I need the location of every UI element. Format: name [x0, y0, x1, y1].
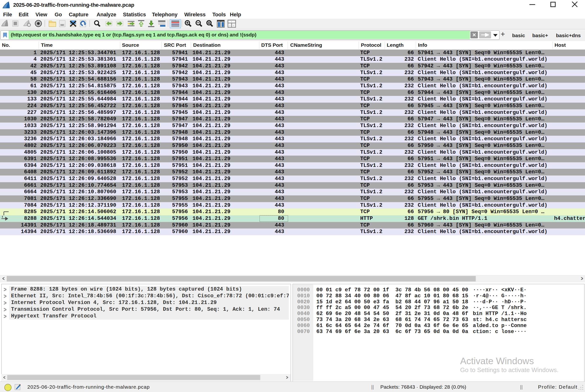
- svg-text:2: 2: [229, 24, 231, 26]
- svg-text:010: 010: [61, 24, 63, 26]
- svg-text:3: 3: [233, 24, 234, 26]
- svg-text:1: 1: [231, 20, 232, 23]
